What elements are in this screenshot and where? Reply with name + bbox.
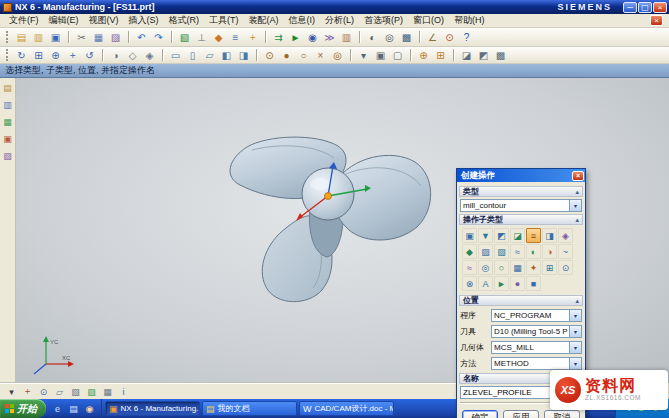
create-geometry-button[interactable]: ◆ bbox=[210, 29, 227, 45]
apply-button[interactable]: 应用 bbox=[503, 410, 539, 418]
task-my-documents[interactable]: ▤ 我的文档 bbox=[202, 401, 297, 416]
type-section-header[interactable]: 类型 ▴ bbox=[459, 186, 583, 197]
hole-milling-icon[interactable]: ⊙ bbox=[558, 260, 573, 275]
operation-navigator-icon[interactable]: ▣ bbox=[1, 132, 15, 146]
task-word-doc[interactable]: W CAD/CAM设计.doc - M... bbox=[299, 401, 394, 416]
dropdown-arrow-icon[interactable]: ▾ bbox=[569, 310, 581, 321]
simulate-machine-button[interactable]: ◉ bbox=[304, 29, 321, 45]
new-button[interactable]: ▤ bbox=[13, 29, 30, 45]
end-point-button[interactable]: ● bbox=[278, 47, 295, 63]
location-combo[interactable]: NC_PROGRAM ▾ bbox=[491, 309, 582, 322]
cancel-button[interactable]: 取消 bbox=[544, 410, 580, 418]
location-combo[interactable]: D10 (Milling Tool-5 P ▾ bbox=[491, 325, 582, 338]
cube-orient-icon[interactable]: ▧ bbox=[68, 385, 83, 398]
menu-format[interactable]: 格式(R) bbox=[164, 14, 205, 27]
reuse-library-icon[interactable]: ▧ bbox=[1, 149, 15, 163]
zlevel-5axis-icon[interactable]: ✦ bbox=[526, 260, 541, 275]
start-button[interactable]: 开始 bbox=[0, 399, 46, 418]
mid-point-button[interactable]: ○ bbox=[295, 47, 312, 63]
view-menu-chevron[interactable]: ▾ bbox=[4, 385, 19, 398]
subtype-section-header[interactable]: 操作子类型 ▴ bbox=[459, 214, 583, 225]
mill-user-icon[interactable]: ● bbox=[510, 276, 525, 291]
wcs-orient-button[interactable]: ⊞ bbox=[432, 47, 449, 63]
menu-information[interactable]: 信息(I) bbox=[284, 14, 321, 27]
command-finder-button[interactable]: ⊙ bbox=[441, 29, 458, 45]
location-section-header[interactable]: 位置 ▴ bbox=[459, 295, 583, 306]
center-point-button[interactable]: ◎ bbox=[329, 47, 346, 63]
toolbar-grip[interactable] bbox=[6, 31, 9, 43]
copy-button[interactable]: ▦ bbox=[90, 29, 107, 45]
close-part-button[interactable]: × bbox=[650, 15, 663, 26]
create-program-button[interactable]: ▧ bbox=[176, 29, 193, 45]
contour-surface-icon[interactable]: ▧ bbox=[494, 244, 509, 259]
dialog-title-bar[interactable]: 创建操作 × bbox=[457, 169, 585, 182]
menu-window[interactable]: 窗口(O) bbox=[408, 14, 449, 27]
location-combo[interactable]: MCS_MILL ▾ bbox=[491, 341, 582, 354]
media-player-icon[interactable]: ◉ bbox=[83, 402, 96, 415]
create-method-button[interactable]: ≡ bbox=[227, 29, 244, 45]
wcs-dynamics-button[interactable]: ⊕ bbox=[415, 47, 432, 63]
refresh-button[interactable]: ↻ bbox=[13, 47, 30, 63]
menu-view[interactable]: 视图(V) bbox=[84, 14, 124, 27]
menu-assemblies[interactable]: 装配(A) bbox=[244, 14, 284, 27]
contour-area-icon[interactable]: ▨ bbox=[478, 244, 493, 259]
toolbar-grip[interactable] bbox=[6, 49, 9, 61]
sequential-mill-icon[interactable]: ⊞ bbox=[542, 260, 557, 275]
redo-button[interactable]: ↷ bbox=[150, 29, 167, 45]
pan-button[interactable]: ＋ bbox=[64, 47, 81, 63]
create-operation-button[interactable]: ＋ bbox=[244, 29, 261, 45]
dropdown-arrow-icon[interactable]: ▾ bbox=[569, 358, 581, 369]
dropdown-arrow-icon[interactable]: ▾ bbox=[569, 326, 581, 337]
layer-settings-button[interactable]: ▩ bbox=[398, 29, 415, 45]
datum-plane-icon[interactable]: ▱ bbox=[52, 385, 67, 398]
rest-milling-icon[interactable]: ◪ bbox=[510, 228, 525, 243]
show-and-hide-button[interactable]: ◩ bbox=[475, 47, 492, 63]
create-tool-button[interactable]: ⊥ bbox=[193, 29, 210, 45]
zoom-button[interactable]: ⊕ bbox=[47, 47, 64, 63]
deselect-button[interactable]: ▢ bbox=[389, 47, 406, 63]
measure-button[interactable]: ∠ bbox=[424, 29, 441, 45]
fixed-contour-icon[interactable]: ◆ bbox=[462, 244, 477, 259]
dropdown-arrow-icon[interactable]: ▾ bbox=[569, 342, 581, 353]
intersection-point-button[interactable]: × bbox=[312, 47, 329, 63]
verify-toolpath-button[interactable]: ► bbox=[287, 29, 304, 45]
postprocess-button[interactable]: ≫ bbox=[321, 29, 338, 45]
select-scope-icon[interactable]: ＋ bbox=[20, 385, 35, 398]
location-combo[interactable]: METHOD ▾ bbox=[491, 357, 582, 370]
task-nx[interactable]: ▣ NX 6 - Manufacturing... bbox=[105, 401, 200, 416]
solid-profile-3d-icon[interactable]: ▦ bbox=[510, 260, 525, 275]
select-all-button[interactable]: ▣ bbox=[372, 47, 389, 63]
corner-rough-icon[interactable]: ◩ bbox=[494, 228, 509, 243]
snap-icon[interactable]: ⊙ bbox=[36, 385, 51, 398]
dropdown-arrow-icon[interactable]: ▾ bbox=[569, 200, 581, 211]
contour-steep-icon[interactable]: ◑ bbox=[542, 244, 557, 259]
snap-point-button[interactable]: ⊙ bbox=[261, 47, 278, 63]
isometric-view-button[interactable]: ◧ bbox=[218, 47, 235, 63]
menu-tools[interactable]: 工具(T) bbox=[204, 14, 244, 27]
menu-insert[interactable]: 插入(S) bbox=[124, 14, 164, 27]
sketch-icon[interactable]: ▨ bbox=[84, 385, 99, 398]
open-button[interactable]: ▥ bbox=[30, 29, 47, 45]
ie-quicklaunch-icon[interactable]: e bbox=[51, 402, 64, 415]
save-button[interactable]: ▣ bbox=[47, 29, 64, 45]
layer-visible-button[interactable]: ▩ bbox=[492, 47, 509, 63]
cavity-mill-icon[interactable]: ▣ bbox=[462, 228, 477, 243]
front-view-button[interactable]: ▭ bbox=[167, 47, 184, 63]
rotate-button[interactable]: ↺ bbox=[81, 47, 98, 63]
mill-text-icon[interactable]: A bbox=[478, 276, 493, 291]
profile-3d-icon[interactable]: ◈ bbox=[558, 228, 573, 243]
part-navigator-icon[interactable]: ▦ bbox=[1, 115, 15, 129]
flowcut-single-icon[interactable]: ~ bbox=[558, 244, 573, 259]
zlevel-profile-icon[interactable]: ≡ bbox=[526, 228, 541, 243]
undo-button[interactable]: ↶ bbox=[133, 29, 150, 45]
thread-milling-icon[interactable]: ⊗ bbox=[462, 276, 477, 291]
constraint-navigator-icon[interactable]: ▥ bbox=[1, 98, 15, 112]
plunge-milling-icon[interactable]: ▼ bbox=[478, 228, 493, 243]
selection-filter-button[interactable]: ▾ bbox=[355, 47, 372, 63]
info-icon[interactable]: i bbox=[116, 385, 131, 398]
grid-icon[interactable]: ▦ bbox=[100, 385, 115, 398]
edit-object-display-button[interactable]: ◪ bbox=[458, 47, 475, 63]
assembly-navigator-icon[interactable]: ▤ bbox=[1, 81, 15, 95]
ok-button[interactable]: 确定 bbox=[462, 410, 498, 418]
mill-control-icon[interactable]: ► bbox=[494, 276, 509, 291]
